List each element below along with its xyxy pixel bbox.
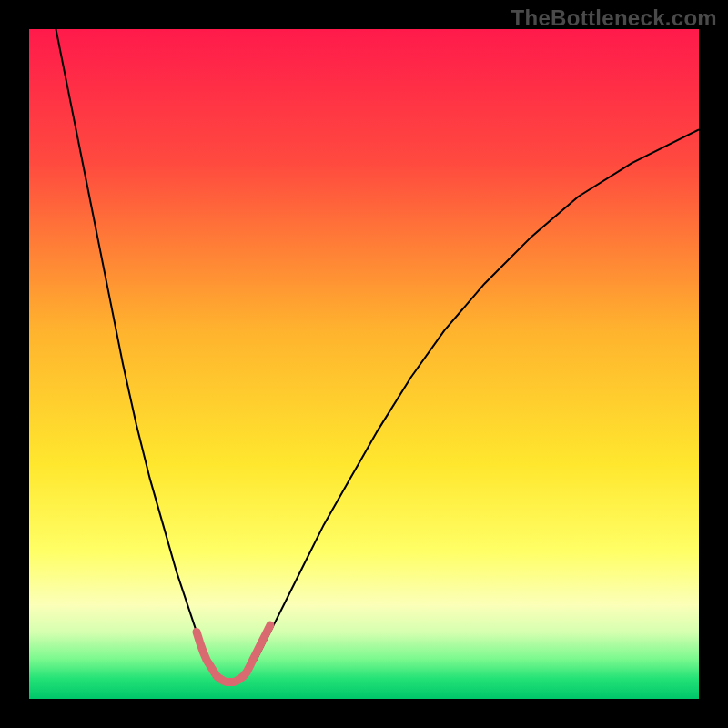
plot-area [29,29,699,699]
chart-container: TheBottleneck.com [0,0,728,728]
gradient-background [29,29,699,699]
chart-svg [29,29,699,699]
watermark-text: TheBottleneck.com [511,5,717,31]
